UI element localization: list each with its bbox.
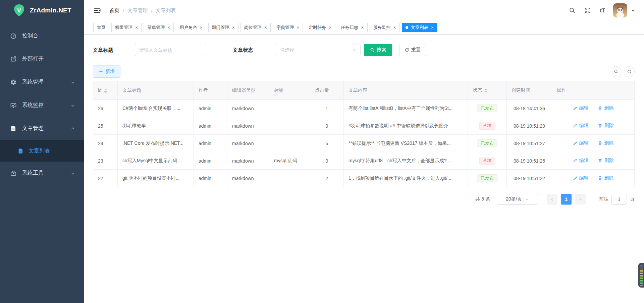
show-search-button[interactable] (610, 66, 622, 77)
pagination: 共 5 条 20条/页 ‹ 1 › 前往 页 (93, 194, 635, 205)
svg-text:V: V (17, 7, 21, 14)
col-header-editor: 编辑器类型 (227, 81, 269, 100)
edit-button[interactable]: 编辑 (573, 105, 589, 111)
cell-editor: markdown (227, 100, 269, 117)
delete-button[interactable]: 删除 (598, 175, 613, 181)
sidebar-item-label: 系统工具 (22, 170, 70, 177)
fullscreen-icon[interactable] (584, 7, 591, 14)
cell-title: 羽毛球教学 (118, 117, 194, 135)
cell-author: admin (194, 117, 227, 135)
sort-icon[interactable] (104, 89, 107, 93)
article-table: id 文章标题 作者 编辑器类型 标签 点击量 文章内容 状态 创建时间 操作 (93, 81, 635, 187)
cell-content: 有两个list,listA 和listB，listA中有三个属性列为St... (344, 100, 468, 117)
sidebar-item-article-list[interactable]: 文章列表 (0, 140, 84, 162)
trash-icon (598, 106, 602, 111)
delete-button[interactable]: 删除 (598, 105, 613, 111)
article-status-select[interactable]: 请选择 (276, 44, 361, 56)
close-icon[interactable]: × (264, 25, 267, 30)
sidebar-item-system-monitor[interactable]: 系统监控 (0, 94, 84, 117)
close-icon[interactable]: × (135, 25, 138, 30)
close-icon[interactable]: × (200, 25, 202, 30)
edit-button[interactable]: 编辑 (573, 175, 589, 181)
sidebar-item-dashboard[interactable]: 控制台 (0, 24, 84, 47)
next-page-button[interactable]: › (575, 194, 586, 205)
sort-icon[interactable] (484, 88, 488, 93)
logo-icon: V (12, 4, 26, 17)
close-icon[interactable]: × (329, 25, 331, 30)
table-row: 23 c#写入Mysql中文显示乱码 ... admin markdown my… (93, 152, 635, 170)
avatar[interactable] (613, 3, 627, 17)
close-icon[interactable]: × (393, 25, 396, 30)
tab-article-list[interactable]: 文章列表× (402, 23, 437, 32)
close-icon[interactable]: × (167, 25, 170, 30)
chevron-down-icon (70, 171, 75, 176)
add-button[interactable]: 新增 (93, 66, 120, 78)
pagination-total: 共 5 条 (475, 196, 490, 202)
col-header-status[interactable]: 状态 (468, 81, 507, 100)
article-title-input[interactable] (135, 44, 206, 56)
cell-tags (269, 170, 310, 187)
active-dot-icon (406, 26, 408, 29)
tab-menu-admin[interactable]: 菜单管理× (144, 23, 174, 32)
close-icon[interactable]: × (361, 25, 364, 30)
cell-content: mysql字符集utf8，c#写入中文后，全部显示成? ... (344, 152, 468, 170)
status-badge: 已发布 (477, 104, 497, 112)
tab-user-role[interactable]: 用户角色× (176, 23, 206, 32)
cell-created: 08-19 10:51:27 (507, 135, 552, 152)
search-button[interactable]: 搜索 (364, 44, 392, 56)
app-root: V ZrAdmin.NET 控制台 外部打开 系统管理 (0, 0, 644, 303)
status-badge: 已发布 (477, 174, 497, 182)
trash-icon (598, 123, 602, 128)
tab-service-monitor[interactable]: 服务监控× (370, 23, 400, 32)
close-icon[interactable]: × (232, 25, 235, 30)
document-icon (10, 125, 17, 132)
sidebar-item-system-admin[interactable]: 系统管理 (0, 71, 84, 94)
reset-button[interactable]: 重置 (399, 44, 426, 56)
page-number-current[interactable]: 1 (561, 194, 572, 205)
cell-editor: markdown (227, 170, 269, 187)
page-size-select[interactable]: 20条/页 (497, 194, 538, 205)
pencil-icon (573, 123, 578, 128)
edit-button[interactable]: 编辑 (573, 140, 589, 146)
cell-created: 08-18 14:41:36 (507, 100, 552, 117)
delete-button[interactable]: 删除 (598, 158, 613, 164)
sidebar-item-system-tools[interactable]: 系统工具 (0, 162, 84, 185)
chevron-down-icon (70, 80, 75, 85)
tab-cron-task[interactable]: 定时任务× (305, 23, 335, 32)
breadcrumb-home[interactable]: 首页 (109, 7, 119, 14)
tab-home[interactable]: 首页 (93, 23, 109, 32)
close-icon[interactable]: × (431, 25, 434, 30)
breadcrumb-separator: / (123, 8, 124, 13)
col-header-created: 创建时间 (507, 81, 552, 100)
tabs-view: 首页 权限管理× 菜单管理× 用户角色× 部门管理× 岗位管理× 字典管理× 定… (84, 21, 644, 35)
close-icon[interactable]: × (297, 25, 299, 30)
refresh-table-button[interactable] (624, 66, 635, 77)
delete-button[interactable]: 删除 (598, 123, 613, 129)
goto-label: 前往 (599, 196, 608, 202)
sidebar-fold-icon[interactable] (93, 6, 101, 14)
tab-dict-admin[interactable]: 字典管理× (273, 23, 303, 32)
edit-button[interactable]: 编辑 (573, 158, 589, 164)
tab-task-log[interactable]: 任务日志× (337, 23, 367, 32)
tab-post-admin[interactable]: 岗位管理× (240, 23, 271, 32)
chevron-down-icon (352, 48, 356, 52)
sidebar-item-external[interactable]: 外部打开 (0, 47, 84, 71)
pencil-icon (573, 176, 578, 180)
edit-button[interactable]: 编辑 (573, 123, 589, 129)
font-size-icon[interactable]: tT (600, 8, 605, 13)
cell-title: C#两个list集合实现关联，... (118, 100, 194, 117)
prev-page-button[interactable]: ‹ (547, 194, 557, 205)
delete-button[interactable]: 删除 (598, 140, 613, 146)
goto-page-input[interactable] (611, 194, 627, 205)
caret-down-icon[interactable] (631, 10, 635, 13)
search-icon[interactable] (569, 7, 576, 14)
tab-dept-admin[interactable]: 部门管理× (208, 23, 238, 32)
tab-perm-admin[interactable]: 权限管理× (111, 23, 142, 32)
chevron-down-icon (525, 198, 529, 201)
sidebar-item-article-admin[interactable]: 文章管理 (0, 117, 84, 140)
breadcrumb-article-admin[interactable]: 文章管理 (127, 7, 148, 14)
page-content: 文章标题 文章状态 请选择 搜索 重置 (84, 35, 644, 303)
cell-actions: 编辑 删除 (552, 100, 635, 117)
col-header-id[interactable]: id (93, 81, 118, 100)
sidebar-item-label: 系统监控 (22, 102, 70, 109)
